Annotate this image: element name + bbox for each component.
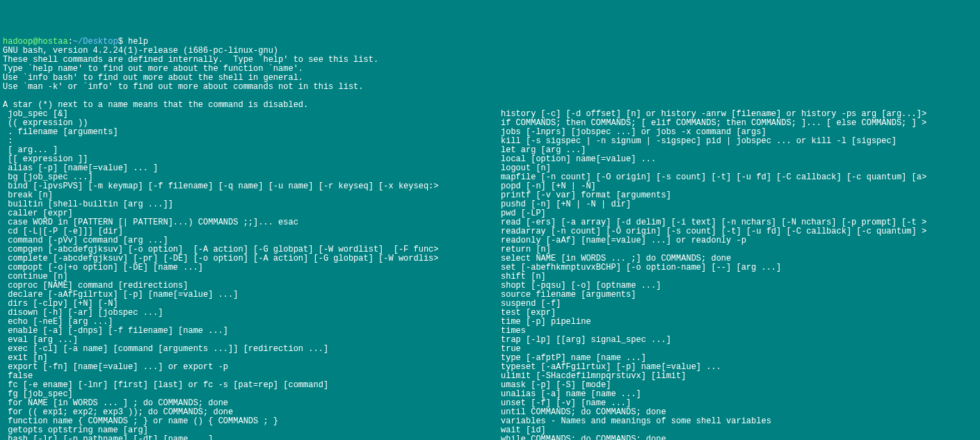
- help-columns: job_spec [&] (( expression )) . filename…: [3, 110, 977, 440]
- prompt-dollar: $: [118, 37, 128, 47]
- prompt-user: hadoop@hostaa: [3, 37, 68, 47]
- terminal-output[interactable]: hadoop@hostaa:~/Desktop$ help GNU bash, …: [3, 38, 977, 440]
- help-column-right: history [-c] [-d offset] [n] or history …: [501, 110, 977, 440]
- help-column-left: job_spec [&] (( expression )) . filename…: [3, 110, 501, 440]
- prompt-path: ~/Desktop: [73, 37, 118, 47]
- command-text: help: [128, 37, 148, 47]
- prompt-line-1: hadoop@hostaa:~/Desktop$ help: [3, 37, 148, 47]
- help-header: GNU bash, version 4.2.24(1)-release (i68…: [3, 47, 977, 110]
- prompt-sep: :: [68, 37, 73, 47]
